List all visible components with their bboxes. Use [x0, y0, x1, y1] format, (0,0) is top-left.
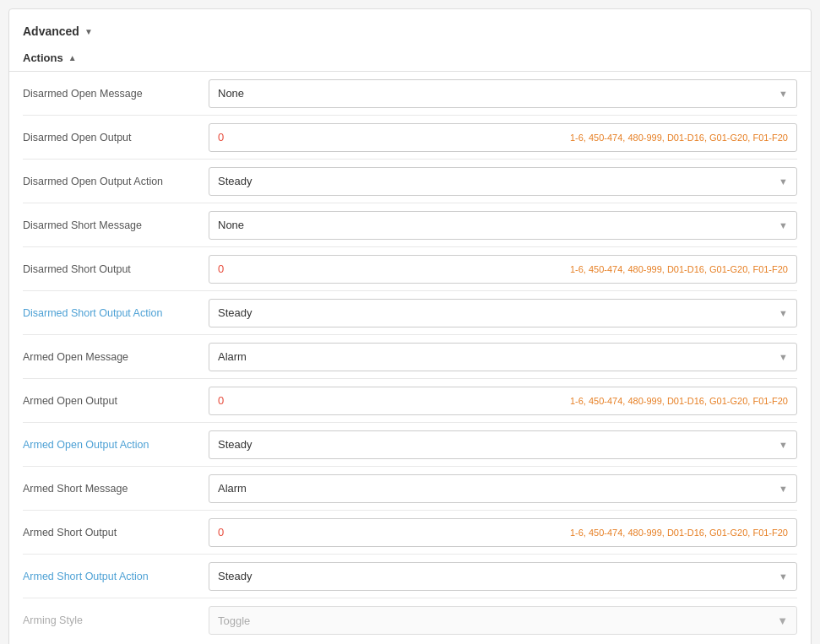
label-armed-open-output: Armed Open Output [23, 387, 209, 415]
output-hint-disarmed-open-output: 1-6, 450-474, 480-999, D01-D16, G01-G20,… [570, 133, 788, 143]
form-row-disarmed-short-output-action: Disarmed Short Output ActionSteady▼ [23, 291, 797, 335]
dropdown-value-armed-open-output-action: Steady [218, 438, 252, 451]
arming-style-arrow-icon: ▼ [777, 614, 788, 627]
form-row-armed-short-message: Armed Short MessageAlarm▼ [23, 467, 797, 511]
label-armed-short-output: Armed Short Output [23, 518, 209, 547]
output-hint-armed-open-output: 1-6, 450-474, 480-999, D01-D16, G01-G20,… [570, 396, 788, 406]
form-row-armed-open-output: Armed Open Output01-6, 450-474, 480-999,… [23, 379, 797, 423]
label-disarmed-open-output-action: Disarmed Open Output Action [23, 167, 209, 196]
dropdown-arrow-icon-armed-open-output-action: ▼ [779, 440, 788, 450]
arming-style-value: Toggle [218, 614, 250, 627]
dropdown-value-disarmed-short-output-action: Steady [218, 306, 252, 319]
output-hint-disarmed-short-output: 1-6, 450-474, 480-999, D01-D16, G01-G20,… [570, 264, 788, 274]
form-row-disarmed-short-message: Disarmed Short MessageNone▼ [23, 203, 797, 247]
label-armed-short-output-action: Armed Short Output Action [23, 562, 209, 591]
dropdown-value-armed-short-message: Alarm [218, 482, 247, 495]
form-row-armed-short-output: Armed Short Output01-6, 450-474, 480-999… [23, 511, 797, 555]
page-container: Advanced ▼ Actions ▲ Disarmed Open Messa… [8, 8, 812, 644]
dropdown-arrow-icon-armed-short-message: ▼ [779, 484, 788, 494]
dropdown-armed-open-output-action[interactable]: Steady▼ [209, 430, 797, 459]
advanced-chevron-icon: ▼ [84, 27, 93, 36]
dropdown-arrow-icon-disarmed-open-message: ▼ [779, 89, 788, 99]
dropdown-arrow-icon-disarmed-short-message: ▼ [779, 220, 788, 230]
form-row-disarmed-short-output: Disarmed Short Output01-6, 450-474, 480-… [23, 247, 797, 291]
output-value-disarmed-open-output: 0 [218, 131, 224, 143]
dropdown-value-disarmed-short-message: None [218, 219, 244, 231]
form-section: Disarmed Open MessageNone▼Disarmed Open … [9, 72, 811, 642]
dropdown-value-disarmed-open-output-action: Steady [218, 175, 252, 187]
dropdown-arrow-icon-disarmed-open-output-action: ▼ [779, 176, 788, 187]
advanced-title: Advanced [23, 24, 79, 38]
label-disarmed-short-output: Disarmed Short Output [23, 255, 209, 284]
dropdown-disarmed-open-output-action[interactable]: Steady▼ [209, 167, 797, 196]
dropdown-value-armed-short-output-action: Steady [218, 570, 252, 582]
dropdown-value-disarmed-open-message: None [218, 87, 244, 100]
actions-chevron-icon: ▲ [68, 53, 77, 62]
label-disarmed-short-message: Disarmed Short Message [23, 211, 209, 240]
dropdown-arrow-icon-armed-open-message: ▼ [779, 352, 788, 362]
dropdown-armed-short-message[interactable]: Alarm▼ [209, 474, 797, 503]
form-row-disarmed-open-output-action: Disarmed Open Output ActionSteady▼ [23, 160, 797, 203]
label-disarmed-open-message: Disarmed Open Message [23, 79, 209, 108]
dropdown-arrow-icon-disarmed-short-output-action: ▼ [779, 308, 788, 318]
dropdown-disarmed-open-message[interactable]: None▼ [209, 79, 797, 108]
dropdown-disarmed-short-output-action[interactable]: Steady▼ [209, 299, 797, 327]
output-disarmed-open-output[interactable]: 01-6, 450-474, 480-999, D01-D16, G01-G20… [209, 123, 797, 152]
label-armed-short-message: Armed Short Message [23, 474, 209, 503]
output-armed-short-output[interactable]: 01-6, 450-474, 480-999, D01-D16, G01-G20… [209, 518, 797, 547]
dropdown-arrow-icon-armed-short-output-action: ▼ [779, 571, 788, 582]
dropdown-arming-style[interactable]: Toggle▼ [209, 606, 797, 635]
label-disarmed-short-output-action: Disarmed Short Output Action [23, 299, 209, 327]
actions-header[interactable]: Actions ▲ [9, 45, 811, 72]
output-value-armed-open-output: 0 [218, 394, 224, 407]
dropdown-armed-short-output-action[interactable]: Steady▼ [209, 562, 797, 591]
label-armed-open-output-action: Armed Open Output Action [23, 430, 209, 459]
form-row-disarmed-open-message: Disarmed Open MessageNone▼ [23, 72, 797, 116]
actions-title: Actions [23, 51, 63, 64]
form-row-armed-open-output-action: Armed Open Output ActionSteady▼ [23, 423, 797, 467]
output-value-armed-short-output: 0 [218, 526, 224, 538]
advanced-header[interactable]: Advanced ▼ [9, 18, 811, 45]
dropdown-armed-open-message[interactable]: Alarm▼ [209, 343, 797, 371]
form-row-armed-short-output-action: Armed Short Output ActionSteady▼ [23, 555, 797, 598]
label-arming-style: Arming Style [23, 606, 209, 635]
output-value-disarmed-short-output: 0 [218, 262, 224, 275]
form-row-armed-open-message: Armed Open MessageAlarm▼ [23, 335, 797, 379]
output-armed-open-output[interactable]: 01-6, 450-474, 480-999, D01-D16, G01-G20… [209, 387, 797, 415]
dropdown-value-armed-open-message: Alarm [218, 350, 247, 363]
dropdown-disarmed-short-message[interactable]: None▼ [209, 211, 797, 240]
form-row-disarmed-open-output: Disarmed Open Output01-6, 450-474, 480-9… [23, 116, 797, 160]
output-hint-armed-short-output: 1-6, 450-474, 480-999, D01-D16, G01-G20,… [570, 528, 788, 538]
label-disarmed-open-output: Disarmed Open Output [23, 123, 209, 152]
output-disarmed-short-output[interactable]: 01-6, 450-474, 480-999, D01-D16, G01-G20… [209, 255, 797, 284]
form-row-arming-style: Arming StyleToggle▼ [23, 598, 797, 642]
label-armed-open-message: Armed Open Message [23, 343, 209, 371]
